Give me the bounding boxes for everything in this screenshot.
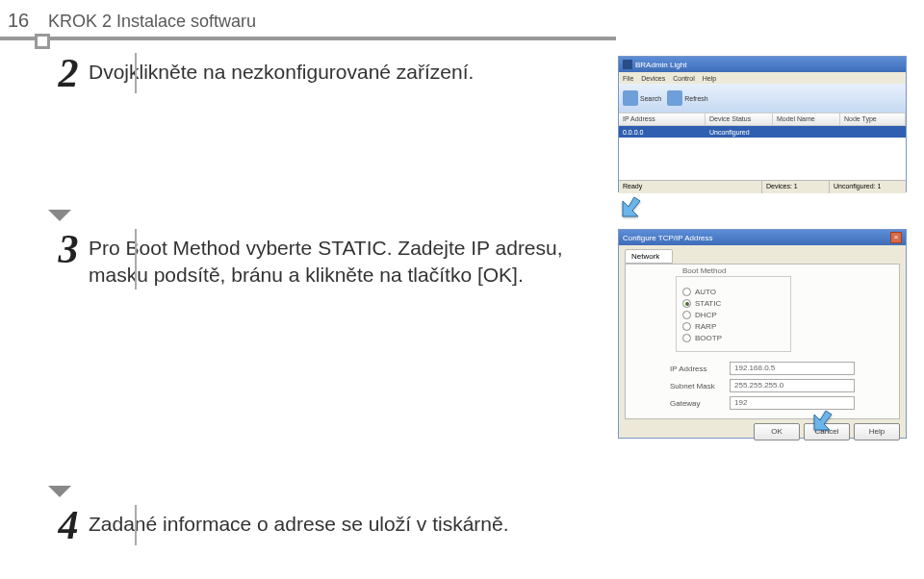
field-ip-row: IP Address 192.168.0.5 bbox=[633, 362, 891, 375]
step-divider bbox=[135, 229, 137, 290]
step-divider bbox=[135, 53, 137, 93]
pointer-arrow bbox=[810, 407, 832, 428]
radio-rarp-label: RARP bbox=[695, 322, 716, 331]
step-3-number: 3 bbox=[48, 229, 89, 269]
ip-fields: IP Address 192.168.0.5 Subnet Mask 255.2… bbox=[633, 362, 891, 410]
refresh-button[interactable]: Refresh bbox=[667, 90, 708, 106]
col-model[interactable]: Model Name bbox=[773, 113, 840, 125]
radio-bootp-label: BOOTP bbox=[695, 334, 722, 342]
col-node[interactable]: Node Type bbox=[840, 113, 906, 125]
radio-icon bbox=[682, 288, 691, 296]
radio-static-label: STATIC bbox=[695, 299, 721, 308]
refresh-icon bbox=[667, 90, 682, 106]
triangle-marker bbox=[48, 210, 71, 221]
menu-help[interactable]: Help bbox=[703, 75, 716, 82]
search-icon bbox=[623, 90, 638, 106]
help-button[interactable]: Help bbox=[854, 423, 900, 441]
status-unconfigured: Unconfigured: 1 bbox=[829, 181, 906, 193]
step-2-row: 2 Dvojklikněte na nezkonfigurované zaříz… bbox=[48, 53, 474, 93]
dialog-buttons: OK Cancel Help bbox=[619, 419, 906, 444]
radio-static[interactable]: STATIC bbox=[682, 299, 784, 308]
status-devices: Devices: 1 bbox=[761, 181, 829, 193]
radio-bootp[interactable]: BOOTP bbox=[682, 334, 784, 342]
device-list: 0.0.0.0 Unconfigured bbox=[619, 126, 906, 180]
step-divider bbox=[135, 505, 137, 545]
dialog-panel: Boot Method AUTO STATIC DHCP RARP BOOTP bbox=[625, 264, 900, 419]
close-button[interactable]: × bbox=[890, 232, 902, 243]
radio-icon bbox=[682, 311, 691, 319]
boot-method-group: AUTO STATIC DHCP RARP BOOTP bbox=[676, 276, 791, 352]
svg-marker-0 bbox=[623, 197, 640, 216]
step-2-text: Dvojklikněte na nezkonfigurované zařízen… bbox=[89, 53, 474, 86]
step-4-number: 4 bbox=[48, 505, 89, 545]
toolbar: Search Refresh bbox=[619, 84, 906, 113]
step-4-text: Zadané informace o adrese se uloží v tis… bbox=[89, 505, 509, 538]
window-titlebar: BRAdmin Light bbox=[619, 57, 906, 72]
dialog-title: Configure TCP/IP Address bbox=[623, 234, 713, 242]
field-mask-row: Subnet Mask 255.255.255.0 bbox=[633, 379, 891, 392]
radio-rarp[interactable]: RARP bbox=[682, 322, 784, 331]
search-label: Search bbox=[640, 95, 661, 102]
row-status: Unconfigured bbox=[709, 129, 750, 136]
page-number: 16 bbox=[8, 10, 29, 32]
radio-dhcp-label: DHCP bbox=[695, 311, 717, 319]
menu-bar: File Devices Control Help bbox=[619, 72, 906, 84]
gateway-label: Gateway bbox=[633, 399, 730, 408]
column-headers: IP Address Device Status Model Name Node… bbox=[619, 113, 906, 126]
step-4-row: 4 Zadané informace o adrese se uloží v t… bbox=[48, 505, 509, 545]
bradmin-window: BRAdmin Light File Devices Control Help … bbox=[618, 56, 907, 192]
status-bar: Ready Devices: 1 Unconfigured: 1 bbox=[619, 180, 906, 193]
step-3-row: 3 Pro Boot Method vyberte STATIC. Zadejt… bbox=[48, 229, 579, 290]
window-title: BRAdmin Light bbox=[635, 61, 686, 69]
triangle-marker bbox=[48, 486, 71, 497]
status-ready: Ready bbox=[619, 181, 761, 193]
radio-auto-label: AUTO bbox=[695, 288, 716, 296]
radio-dhcp[interactable]: DHCP bbox=[682, 311, 784, 319]
dialog-titlebar: Configure TCP/IP Address × bbox=[619, 230, 906, 245]
radio-icon bbox=[682, 299, 691, 308]
menu-file[interactable]: File bbox=[623, 75, 633, 82]
search-button[interactable]: Search bbox=[623, 90, 661, 106]
col-status[interactable]: Device Status bbox=[706, 113, 773, 125]
tcpip-dialog: Configure TCP/IP Address × Network Boot … bbox=[618, 229, 907, 439]
radio-icon bbox=[682, 334, 691, 342]
field-gw-row: Gateway 192 bbox=[633, 396, 891, 410]
device-row[interactable]: 0.0.0.0 Unconfigured bbox=[619, 126, 906, 138]
page-header: KROK 2 Instalace softwaru bbox=[48, 12, 256, 32]
col-ip[interactable]: IP Address bbox=[619, 113, 706, 125]
subnet-mask-label: Subnet Mask bbox=[633, 382, 730, 390]
ip-address-label: IP Address bbox=[633, 365, 730, 373]
step-2-number: 2 bbox=[48, 53, 89, 93]
step-3-text: Pro Boot Method vyberte STATIC. Zadejte … bbox=[89, 229, 579, 290]
radio-icon bbox=[682, 322, 691, 331]
radio-auto[interactable]: AUTO bbox=[682, 288, 784, 296]
svg-marker-1 bbox=[814, 411, 832, 430]
menu-control[interactable]: Control bbox=[673, 75, 695, 82]
pointer-arrow bbox=[619, 193, 906, 214]
refresh-label: Refresh bbox=[684, 95, 708, 102]
tab-network[interactable]: Network bbox=[625, 249, 673, 264]
ip-address-input[interactable]: 192.168.0.5 bbox=[730, 362, 855, 375]
row-ip: 0.0.0.0 bbox=[623, 129, 709, 136]
boot-method-label: Boot Method bbox=[680, 266, 729, 275]
menu-devices[interactable]: Devices bbox=[641, 75, 665, 82]
subnet-mask-input[interactable]: 255.255.255.0 bbox=[730, 379, 855, 392]
ok-button[interactable]: OK bbox=[754, 423, 800, 441]
header-underline bbox=[0, 37, 616, 40]
app-icon bbox=[623, 60, 632, 69]
